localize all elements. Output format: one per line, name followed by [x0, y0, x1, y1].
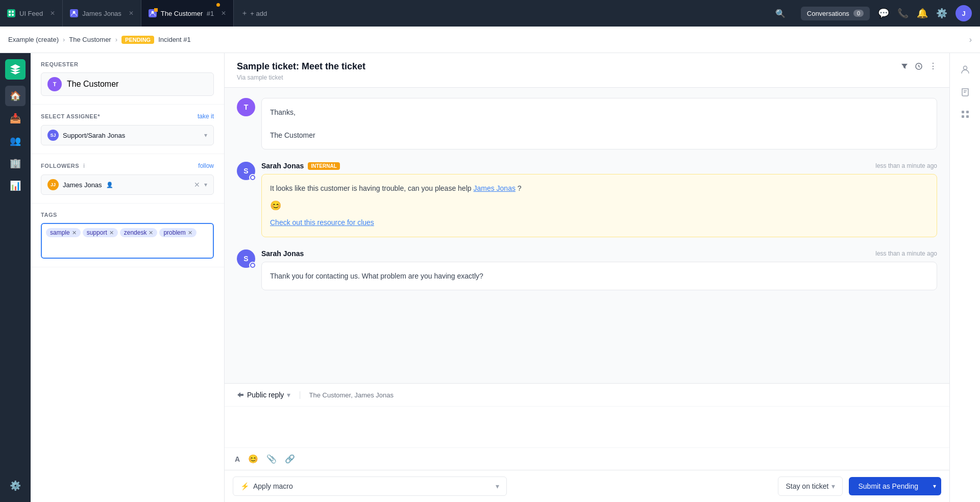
sidebar-icon-home[interactable]: 🏠	[5, 86, 26, 106]
format-text-button[interactable]: A	[233, 453, 242, 465]
followers-label: Followers	[41, 163, 79, 169]
assignee-name: Support/Sarah Jonas	[63, 132, 125, 139]
right-panel-user-icon[interactable]	[955, 59, 975, 80]
follow-link[interactable]: follow	[198, 162, 214, 169]
tag-problem-remove[interactable]: ✕	[188, 230, 192, 236]
msg-avatar-sarah-public: S	[237, 249, 255, 268]
pending-badge: Pending	[121, 36, 154, 44]
tag-problem: problem ✕	[159, 228, 196, 237]
tab-james-jonas[interactable]: James Jonas ✕	[63, 0, 141, 27]
tags-container[interactable]: sample ✕ support ✕ zendesk ✕ problem ✕	[41, 223, 214, 259]
take-it-link[interactable]: take it	[198, 113, 214, 120]
followers-info-icon[interactable]: i	[83, 162, 85, 169]
tab-add-button[interactable]: ＋ + add	[234, 9, 274, 18]
msg-header-sarah-internal: Sarah Jonas Internal less than a minute …	[261, 162, 937, 170]
svg-rect-11	[966, 111, 969, 113]
requester-section: Requester T The Customer	[31, 53, 224, 105]
tab-the-customer[interactable]: The Customer #1 ✕	[141, 0, 234, 27]
message-sarah-public: S Sarah Jonas less than a minute ago Tha…	[237, 249, 937, 290]
msg-avatar-customer: T	[237, 98, 255, 116]
tab-label-james-jonas: James Jonas	[82, 10, 121, 17]
user-avatar-button[interactable]: J	[955, 5, 972, 21]
add-icon: ＋	[241, 9, 248, 18]
tab-favicon-ui-feed	[7, 9, 15, 17]
right-panel-knowledge-icon[interactable]	[955, 82, 975, 102]
follower-remove-icon[interactable]: ✕	[194, 181, 200, 189]
submit-button[interactable]: Submit as Pending ▾	[849, 477, 941, 495]
assignee-select[interactable]: SJ Support/Sarah Jonas ▾	[41, 125, 214, 145]
assignee-chevron-icon: ▾	[204, 132, 207, 139]
tag-sample-remove[interactable]: ✕	[72, 230, 77, 236]
incident-label: Incident #1	[158, 36, 191, 43]
attach-file-button[interactable]: 📎	[264, 452, 279, 466]
sidebar-brand-icon[interactable]	[5, 59, 26, 80]
ticket-header: Sample ticket: Meet the ticket Via sampl…	[225, 53, 949, 88]
nav-bar: Example (create) › The Customer › Pendin…	[0, 27, 980, 53]
stay-on-ticket-label: Stay on ticket	[786, 482, 828, 490]
sidebar-icon-gear[interactable]: ⚙️	[5, 475, 26, 496]
history-icon-button[interactable]	[915, 62, 923, 70]
reply-area: Public reply ▾ | The Customer, James Jon…	[225, 383, 949, 470]
msg-content-sarah-public: Sarah Jonas less than a minute ago Thank…	[261, 249, 937, 290]
internal-badge: Internal	[308, 162, 340, 170]
breadcrumb-the-customer[interactable]: The Customer	[69, 36, 111, 43]
msg-resource-link[interactable]: Check out this resource for clues	[270, 218, 374, 227]
msg-mention-james[interactable]: James Jonas	[473, 184, 515, 192]
insert-link-button[interactable]: 🔗	[283, 452, 297, 466]
emoji-picker-button[interactable]: 😊	[246, 452, 260, 466]
chat-icon-button[interactable]: 💬	[878, 8, 889, 19]
right-panel	[949, 53, 980, 502]
search-icon: 🔍	[775, 9, 786, 18]
apps-icon-button[interactable]: ⚙️	[936, 8, 947, 19]
msg-content-thanks: Thanks, The Customer	[261, 98, 937, 149]
right-panel-apps-icon[interactable]	[955, 104, 975, 124]
reply-header: Public reply ▾ | The Customer, James Jon…	[225, 384, 949, 407]
main-layout: 🏠 📥 👥 🏢 📊 ⚙️ Requester T The Customer Se…	[0, 53, 980, 502]
msg-time-sarah-internal: less than a minute ago	[875, 162, 937, 169]
filter-icon-button[interactable]	[900, 62, 909, 70]
ticket-header-actions: ⋮	[900, 61, 937, 71]
left-panel: Requester T The Customer Select assignee…	[31, 53, 225, 502]
reply-type-button[interactable]: Public reply ▾	[233, 389, 295, 401]
breadcrumb-example[interactable]: Example (create)	[8, 36, 59, 43]
apply-macro-button[interactable]: ⚡ Apply macro ▾	[233, 476, 507, 496]
conversations-label: Conversations	[807, 10, 849, 17]
msg-avatar-status-internal	[249, 174, 256, 181]
requester-avatar: T	[47, 77, 62, 91]
tag-zendesk: zendesk ✕	[120, 228, 158, 237]
tab-favicon-the-customer	[149, 9, 157, 17]
msg-avatar-status-public	[249, 262, 256, 269]
more-icon-button[interactable]: ⋮	[929, 61, 937, 71]
sidebar-icon-building[interactable]: 🏢	[5, 153, 26, 173]
conversations-button[interactable]: Conversations 0	[801, 7, 870, 20]
tab-bar: UI Feed ✕ James Jonas ✕ The Customer #1 …	[0, 0, 980, 27]
sidebar-icon-reports[interactable]: 📊	[5, 175, 26, 196]
tab-close-ui-feed[interactable]: ✕	[50, 10, 55, 17]
conversations-count: 0	[853, 10, 864, 17]
sidebar-icon-users[interactable]: 👥	[5, 131, 26, 151]
macro-icon: ⚡	[240, 482, 249, 490]
reply-body[interactable]	[225, 407, 949, 447]
tag-input[interactable]	[46, 239, 132, 247]
center-panel: Sample ticket: Meet the ticket Via sampl…	[225, 53, 949, 502]
tag-zendesk-remove[interactable]: ✕	[149, 230, 153, 236]
tab-close-the-customer[interactable]: ✕	[221, 10, 226, 17]
message-sarah-internal: S Sarah Jonas Internal less than a minut…	[237, 162, 937, 237]
tab-ui-feed[interactable]: UI Feed ✕	[0, 0, 63, 27]
tab-close-james-jonas[interactable]: ✕	[129, 10, 134, 17]
submit-arrow-icon[interactable]: ▾	[928, 478, 941, 495]
bell-icon-button[interactable]: 🔔	[917, 8, 928, 19]
phone-icon-button[interactable]: 📞	[897, 8, 909, 19]
tag-support-remove[interactable]: ✕	[109, 230, 114, 236]
stay-on-ticket-button[interactable]: Stay on ticket ▾	[778, 476, 843, 496]
assignee-header: Select assignee* take it	[41, 113, 214, 120]
sidebar-icon-inbox[interactable]: 📥	[5, 108, 26, 129]
msg-avatar-sarah-internal: S	[237, 162, 255, 180]
assignee-label: Select assignee*	[41, 113, 100, 119]
stay-chevron-icon: ▾	[831, 482, 835, 490]
messages-area: T Thanks, The Customer S	[225, 88, 949, 383]
nav-forward-arrow[interactable]: ›	[969, 35, 972, 44]
svg-rect-0	[9, 11, 11, 13]
tab-search-button[interactable]: 🔍	[768, 9, 793, 18]
followers-header: Followers i follow	[41, 162, 214, 169]
